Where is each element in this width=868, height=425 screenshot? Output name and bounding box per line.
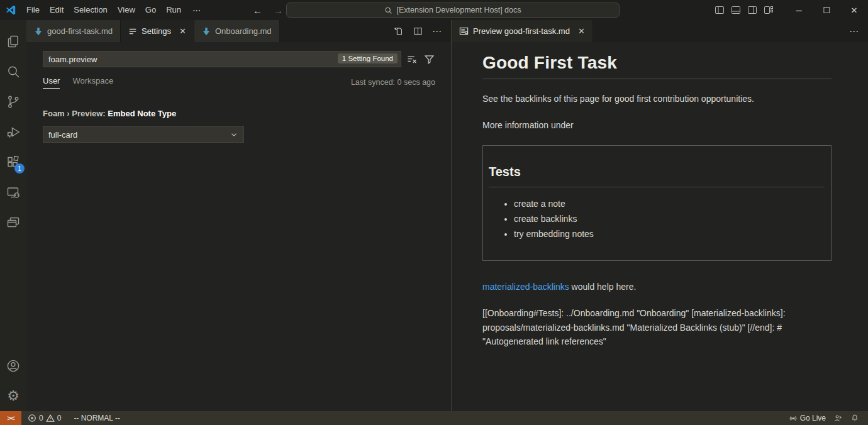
menu-go[interactable]: Go bbox=[140, 1, 161, 19]
command-center-search[interactable]: [Extension Development Host] docs bbox=[286, 3, 620, 18]
editor-group-left: good-first-task.md Settings ✕ Onboarding… bbox=[26, 20, 451, 411]
menu-view[interactable]: View bbox=[113, 1, 140, 19]
vscode-logo-icon bbox=[0, 4, 21, 16]
settings-editor: 1 Setting Found User Workspace Last sync… bbox=[26, 42, 451, 411]
remote-window-icon: >< bbox=[8, 414, 14, 422]
go-forward-icon[interactable]: → bbox=[274, 5, 283, 16]
vscode-window: File Edit Selection View Go Run ⋯ ← → [E… bbox=[0, 0, 868, 425]
editor-more-actions-icon[interactable]: ⋯ bbox=[432, 26, 442, 37]
setting-item-embed-note-type: Foam › Preview: Embed Note Type full-car… bbox=[43, 109, 451, 143]
remote-indicator[interactable]: >< bbox=[0, 411, 21, 425]
search-sidebar-icon[interactable] bbox=[0, 57, 26, 87]
menu-edit[interactable]: Edit bbox=[45, 1, 69, 19]
tab-preview-good-first-task[interactable]: Preview good-first-task.md ✕ bbox=[452, 20, 593, 42]
heading-rule bbox=[482, 79, 832, 79]
source-control-icon[interactable] bbox=[0, 87, 26, 117]
chevron-down-icon bbox=[230, 130, 238, 139]
setting-name: Embed Note Type bbox=[108, 109, 176, 118]
tests-heading-rule bbox=[489, 187, 825, 187]
settings-list-icon bbox=[128, 27, 137, 36]
tab-label: Settings bbox=[142, 26, 171, 36]
close-window-button[interactable]: ✕ bbox=[840, 0, 868, 20]
multiple-windows-icon[interactable] bbox=[0, 207, 26, 238]
tab-onboarding[interactable]: Onboarding.md bbox=[194, 20, 280, 42]
warning-count: 0 bbox=[57, 414, 62, 422]
menu-selection[interactable]: Selection bbox=[69, 1, 112, 19]
menu-file[interactable]: File bbox=[21, 1, 45, 19]
title-bar: File Edit Selection View Go Run ⋯ ← → [E… bbox=[0, 0, 868, 20]
go-live-label: Go Live bbox=[800, 414, 826, 422]
preview-title: Good First Task bbox=[482, 53, 832, 73]
open-preview-icon bbox=[459, 26, 469, 36]
broadcast-icon bbox=[789, 414, 798, 422]
vim-mode-indicator[interactable]: -- NORMAL -- bbox=[70, 411, 124, 425]
markdown-file-icon bbox=[34, 27, 43, 36]
search-icon bbox=[384, 6, 392, 14]
command-center-text: [Extension Development Host] docs bbox=[396, 6, 521, 14]
notifications-button[interactable] bbox=[847, 411, 863, 425]
settings-results-badge: 1 Setting Found bbox=[338, 53, 398, 63]
warnings-icon bbox=[46, 414, 55, 422]
setting-category: Foam › Preview: bbox=[43, 109, 108, 118]
remote-explorer-icon[interactable] bbox=[0, 177, 26, 207]
account-icon[interactable] bbox=[0, 351, 26, 381]
menu-more-icon[interactable]: ⋯ bbox=[186, 6, 208, 15]
tests-heading: Tests bbox=[489, 165, 825, 179]
errors-icon bbox=[28, 414, 36, 422]
clear-search-results-icon[interactable] bbox=[406, 53, 418, 65]
problems-indicator[interactable]: 0 0 bbox=[24, 411, 65, 425]
extensions-badge: 1 bbox=[14, 163, 25, 174]
settings-gear-icon[interactable]: ⚙ bbox=[0, 381, 26, 411]
customize-layout-icon[interactable] bbox=[764, 5, 774, 15]
embed-note-type-dropdown[interactable]: full-card bbox=[43, 126, 244, 143]
menu-run[interactable]: Run bbox=[161, 1, 186, 19]
settings-scope-tabs: User Workspace Last synced: 0 secs ago bbox=[43, 76, 435, 89]
minimize-button[interactable]: ─ bbox=[785, 0, 813, 20]
tab-label: Onboarding.md bbox=[215, 26, 272, 36]
tab-bar-left: good-first-task.md Settings ✕ Onboarding… bbox=[26, 20, 451, 42]
bell-icon bbox=[850, 414, 859, 422]
tests-list: create a note create backlinks try embed… bbox=[489, 199, 825, 239]
dropdown-value: full-card bbox=[48, 130, 77, 140]
go-live-button[interactable]: Go Live bbox=[785, 411, 830, 425]
markdown-file-icon bbox=[202, 27, 211, 36]
explorer-icon[interactable] bbox=[0, 26, 26, 57]
tab-settings[interactable]: Settings ✕ bbox=[121, 20, 194, 42]
list-item: create a note bbox=[514, 199, 825, 209]
materialized-backlinks-link[interactable]: materialized-backlinks bbox=[482, 282, 569, 292]
last-synced-label: Last synced: 0 secs ago bbox=[351, 78, 435, 87]
open-settings-json-icon[interactable] bbox=[393, 26, 404, 36]
error-count: 0 bbox=[39, 414, 43, 422]
extensions-icon[interactable]: 1 bbox=[0, 147, 26, 177]
toggle-panel-icon[interactable] bbox=[731, 5, 741, 15]
markdown-preview: Good First Task See the backlinks of thi… bbox=[452, 42, 868, 411]
toggle-secondary-sidebar-icon[interactable] bbox=[747, 5, 757, 15]
split-editor-icon[interactable] bbox=[413, 26, 423, 36]
filter-icon[interactable] bbox=[423, 53, 435, 65]
link-references-paragraph: [[Onboarding#Tests]: ../Onboarding.md "O… bbox=[482, 306, 832, 349]
scope-tab-user[interactable]: User bbox=[43, 76, 60, 89]
list-item: create backlinks bbox=[514, 214, 825, 224]
embedded-note-card: Tests create a note create backlinks try… bbox=[482, 145, 832, 261]
toggle-primary-sidebar-icon[interactable] bbox=[715, 5, 725, 15]
scope-tab-workspace[interactable]: Workspace bbox=[72, 76, 113, 89]
tab-bar-right: Preview good-first-task.md ✕ ⋯ bbox=[452, 20, 868, 42]
preview-paragraph: See the backlinks of this page for good … bbox=[482, 92, 832, 106]
tab-good-first-task[interactable]: good-first-task.md bbox=[26, 20, 121, 42]
status-bar: >< 0 0 -- NORMAL -- Go Live bbox=[0, 411, 868, 425]
editor-more-actions-icon[interactable]: ⋯ bbox=[849, 26, 859, 37]
run-debug-icon[interactable] bbox=[0, 117, 26, 147]
maximize-button[interactable]: ☐ bbox=[813, 0, 840, 20]
close-tab-icon[interactable]: ✕ bbox=[179, 26, 186, 36]
go-back-icon[interactable]: ← bbox=[253, 5, 262, 16]
preview-paragraph: More information under bbox=[482, 119, 832, 132]
close-tab-icon[interactable]: ✕ bbox=[578, 26, 585, 36]
activity-bar: 1 ⚙ bbox=[0, 20, 26, 411]
editor-group-right: Preview good-first-task.md ✕ ⋯ Good Firs… bbox=[451, 20, 868, 411]
settings-search-box[interactable]: 1 Setting Found bbox=[43, 51, 401, 67]
feedback-person-icon bbox=[833, 414, 843, 423]
tab-label: good-first-task.md bbox=[47, 26, 113, 36]
link-paragraph: materialized-backlinks would help here. bbox=[482, 282, 832, 292]
feedback-button[interactable] bbox=[830, 411, 847, 425]
link-suffix-text: would help here. bbox=[569, 282, 637, 292]
